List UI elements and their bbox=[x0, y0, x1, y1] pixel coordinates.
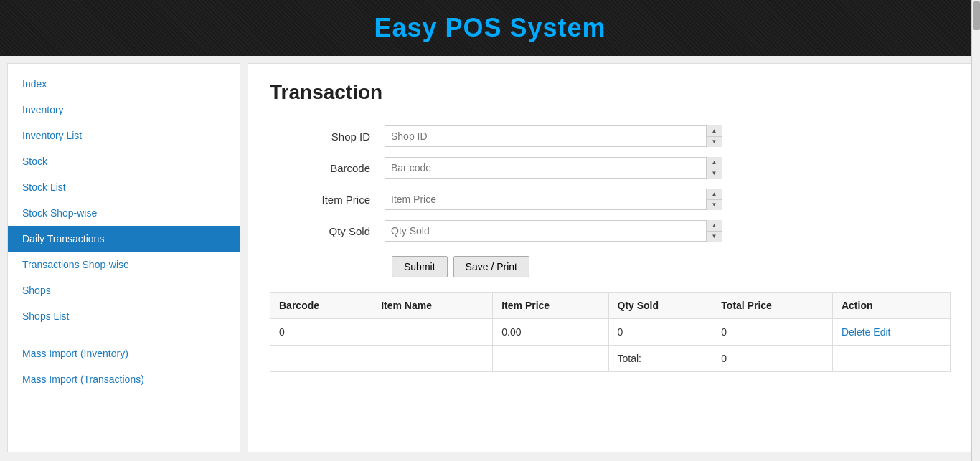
shop-id-spinner: ▲ ▼ bbox=[706, 125, 722, 147]
cell-action: Delete Edit bbox=[832, 319, 950, 346]
sidebar-item-stock[interactable]: Stock bbox=[8, 148, 240, 174]
footer-total-value: 0 bbox=[712, 346, 833, 372]
col-action: Action bbox=[832, 293, 950, 319]
sidebar-item-inventory-list[interactable]: Inventory List bbox=[8, 123, 240, 148]
col-qty-sold: Qty Sold bbox=[608, 293, 712, 319]
transactions-table: Barcode Item Name Item Price Qty Sold To… bbox=[270, 292, 951, 372]
edit-link[interactable]: Edit bbox=[873, 326, 890, 338]
shop-id-up-btn[interactable]: ▲ bbox=[707, 125, 722, 137]
qty-sold-label: Qty Sold bbox=[270, 225, 385, 237]
sidebar-item-mass-import-inventory[interactable]: Mass Import (Inventory) bbox=[8, 341, 240, 366]
qty-sold-row: Qty Sold ▲ ▼ bbox=[270, 220, 951, 242]
footer-item-name bbox=[372, 346, 493, 372]
cell-item-price: 0.00 bbox=[493, 319, 608, 346]
sidebar-item-shops-list[interactable]: Shops List bbox=[8, 303, 240, 329]
sidebar: Index Inventory Inventory List Stock Sto… bbox=[7, 63, 240, 452]
table-header: Barcode Item Name Item Price Qty Sold To… bbox=[270, 293, 951, 319]
shop-id-input-wrap: ▲ ▼ bbox=[385, 125, 722, 147]
col-item-price: Item Price bbox=[493, 293, 608, 319]
table-header-row: Barcode Item Name Item Price Qty Sold To… bbox=[270, 293, 951, 319]
sidebar-item-index[interactable]: Index bbox=[8, 71, 240, 97]
cell-qty-sold: 0 bbox=[608, 319, 712, 346]
item-price-down-btn[interactable]: ▼ bbox=[707, 200, 722, 211]
shop-id-input[interactable] bbox=[385, 125, 722, 147]
qty-sold-spinner: ▲ ▼ bbox=[706, 220, 722, 242]
qty-sold-up-btn[interactable]: ▲ bbox=[707, 220, 722, 232]
app-header: Easy POS System bbox=[0, 0, 980, 56]
barcode-up-btn[interactable]: ▲ bbox=[707, 157, 722, 168]
item-price-spinner: ▲ ▼ bbox=[706, 189, 722, 210]
cell-item-name bbox=[372, 319, 493, 346]
footer-item-price bbox=[493, 346, 608, 372]
scrollbar-thumb[interactable] bbox=[973, 1, 980, 30]
sidebar-item-mass-import-transactions[interactable]: Mass Import (Transactions) bbox=[8, 366, 240, 392]
col-item-name: Item Name bbox=[372, 293, 493, 319]
item-price-row: Item Price ▲ ▼ bbox=[270, 189, 951, 210]
qty-sold-input[interactable] bbox=[385, 220, 722, 242]
sidebar-item-shops[interactable]: Shops bbox=[8, 277, 240, 303]
item-price-up-btn[interactable]: ▲ bbox=[707, 189, 722, 200]
footer-barcode bbox=[270, 346, 372, 372]
cell-total-price: 0 bbox=[712, 319, 833, 346]
submit-button[interactable]: Submit bbox=[392, 256, 448, 277]
qty-sold-input-wrap: ▲ ▼ bbox=[385, 220, 722, 242]
barcode-input-wrap: ▲ ▼ bbox=[385, 157, 722, 179]
item-price-label: Item Price bbox=[270, 194, 385, 206]
table-body: 0 0.00 0 0 Delete Edit Total: bbox=[270, 319, 951, 372]
app-title: Easy POS System bbox=[374, 13, 606, 42]
barcode-row: Barcode ▲ ▼ bbox=[270, 157, 951, 179]
scrollbar[interactable] bbox=[971, 0, 980, 460]
footer-total-label: Total: bbox=[608, 346, 712, 372]
page-title: Transaction bbox=[270, 81, 951, 104]
footer-action bbox=[832, 346, 950, 372]
col-barcode: Barcode bbox=[270, 293, 372, 319]
sidebar-item-transactions-shop-wise[interactable]: Transactions Shop-wise bbox=[8, 252, 240, 277]
table-footer-row: Total: 0 bbox=[270, 346, 951, 372]
sidebar-item-inventory[interactable]: Inventory bbox=[8, 97, 240, 123]
barcode-label: Barcode bbox=[270, 162, 385, 174]
item-price-input[interactable] bbox=[385, 189, 722, 210]
sidebar-item-stock-list[interactable]: Stock List bbox=[8, 174, 240, 200]
cell-barcode: 0 bbox=[270, 319, 372, 346]
barcode-spinner: ▲ ▼ bbox=[706, 157, 722, 179]
shop-id-row: Shop ID ▲ ▼ bbox=[270, 125, 951, 147]
table-row: 0 0.00 0 0 Delete Edit bbox=[270, 319, 951, 346]
sidebar-item-stock-shop-wise[interactable]: Stock Shop-wise bbox=[8, 200, 240, 226]
barcode-input[interactable] bbox=[385, 157, 722, 179]
shop-id-label: Shop ID bbox=[270, 130, 385, 143]
sidebar-item-daily-transactions[interactable]: Daily Transactions bbox=[8, 226, 240, 252]
delete-link[interactable]: Delete bbox=[842, 326, 870, 338]
item-price-input-wrap: ▲ ▼ bbox=[385, 189, 722, 210]
main-content: Transaction Shop ID ▲ ▼ Barcode ▲ ▼ bbox=[248, 63, 973, 452]
save-print-button[interactable]: Save / Print bbox=[453, 256, 529, 277]
form-buttons: Submit Save / Print bbox=[392, 256, 951, 277]
col-total-price: Total Price bbox=[712, 293, 833, 319]
sidebar-divider bbox=[8, 329, 240, 341]
shop-id-down-btn[interactable]: ▼ bbox=[707, 137, 722, 148]
barcode-down-btn[interactable]: ▼ bbox=[707, 168, 722, 179]
qty-sold-down-btn[interactable]: ▼ bbox=[707, 232, 722, 242]
main-layout: Index Inventory Inventory List Stock Sto… bbox=[0, 56, 980, 460]
